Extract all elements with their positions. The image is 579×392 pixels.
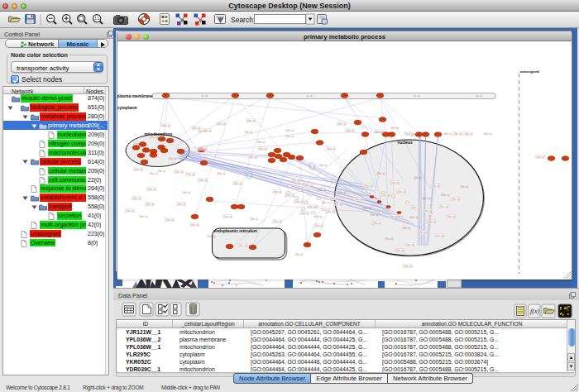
svg-text:(Go: a): (Go: a) — [133, 197, 141, 200]
svg-text:(Go: a): (Go: a) — [301, 212, 309, 215]
svg-text:(Go: a): (Go: a) — [297, 182, 305, 185]
svg-text:(Go: a): (Go: a) — [398, 190, 406, 194]
svg-text:(Go: a): (Go: a) — [292, 179, 300, 182]
svg-text:(Go: a): (Go: a) — [347, 129, 355, 132]
svg-text:1:1: 1:1 — [94, 17, 100, 21]
svg-text:(Go: a): (Go: a) — [377, 172, 385, 175]
svg-text:(Go: a): (Go: a) — [355, 198, 363, 201]
svg-text:(Go: a): (Go: a) — [203, 129, 212, 132]
svg-text:(Go: a): (Go: a) — [334, 203, 342, 206]
svg-text:(Go: a): (Go: a) — [391, 181, 400, 184]
svg-text:(Go: a): (Go: a) — [247, 119, 256, 122]
svg-text:(Go: a): (Go: a) — [305, 184, 313, 187]
svg-text:(Go: a): (Go: a) — [403, 227, 411, 230]
svg-text:(x--a): (x--a) — [476, 94, 483, 98]
svg-text:(Go: a): (Go: a) — [286, 135, 294, 138]
svg-text:(Go: a): (Go: a) — [371, 213, 379, 217]
svg-text:(Go: a): (Go: a) — [127, 209, 135, 213]
svg-text:(Go: a): (Go: a) — [274, 220, 282, 223]
svg-text:(Go: a): (Go: a) — [199, 147, 208, 151]
svg-text:(Go: a): (Go: a) — [162, 124, 170, 127]
svg-text:(Go: a): (Go: a) — [249, 155, 257, 159]
svg-text:f(x): f(x) — [530, 308, 539, 315]
svg-text:(Go: a): (Go: a) — [286, 194, 294, 197]
svg-text:(Go: a): (Go: a) — [444, 132, 452, 136]
svg-text:(Go: a): (Go: a) — [199, 179, 208, 182]
svg-text:(Go: a): (Go: a) — [150, 172, 158, 175]
svg-text:(Go: a): (Go: a) — [166, 218, 175, 222]
svg-text:(Go: a): (Go: a) — [330, 197, 338, 200]
svg-text:(Go: a): (Go: a) — [187, 173, 195, 176]
svg-text:(x--a): (x--a) — [307, 94, 313, 98]
svg-text:(Go: a): (Go: a) — [391, 127, 400, 130]
svg-text:(Go: a): (Go: a) — [140, 215, 148, 218]
svg-text:(Go: a): (Go: a) — [224, 215, 232, 218]
svg-text:(Go: a): (Go: a) — [245, 131, 253, 134]
svg-text:(Go: a): (Go: a) — [239, 244, 247, 247]
svg-text:cytoplasm: cytoplasm — [117, 106, 137, 110]
svg-text:(Go: a): (Go: a) — [412, 206, 420, 209]
svg-text:(Go: a): (Go: a) — [158, 170, 166, 173]
svg-text:(Go: a): (Go: a) — [208, 235, 216, 238]
svg-text:(Go: a): (Go: a) — [382, 194, 390, 197]
svg-text:(Go: a): (Go: a) — [146, 203, 155, 206]
svg-text:(Go: a): (Go: a) — [363, 207, 371, 210]
svg-text:(Go: a): (Go: a) — [465, 132, 473, 136]
svg-text:(Go: a): (Go: a) — [218, 172, 226, 175]
svg-text:plasma membrane: plasma membrane — [117, 94, 153, 98]
svg-text:(Go: a): (Go: a) — [428, 220, 436, 223]
svg-text:(Go: a): (Go: a) — [375, 131, 383, 134]
svg-text:(Go: a): (Go: a) — [373, 222, 381, 225]
svg-text:(Go: a): (Go: a) — [442, 194, 450, 197]
svg-text:(Go: a): (Go: a) — [385, 237, 394, 241]
svg-text:(Go: a): (Go: a) — [338, 122, 347, 126]
svg-text:(Go: a): (Go: a) — [309, 205, 317, 208]
svg-text:(Go: a): (Go: a) — [322, 201, 330, 204]
svg-text:(Go: a): (Go: a) — [327, 210, 335, 213]
svg-text:(Go: a): (Go: a) — [432, 184, 440, 188]
svg-text:(Go: a): (Go: a) — [419, 231, 427, 234]
svg-text:(Go: a): (Go: a) — [259, 147, 267, 151]
svg-text:(Go: a): (Go: a) — [406, 243, 414, 246]
svg-text:(Go: a): (Go: a) — [452, 198, 460, 201]
svg-text:(Go: a): (Go: a) — [318, 189, 327, 192]
svg-text:(Go: a): (Go: a) — [178, 203, 186, 206]
svg-text:(Go: a): (Go: a) — [396, 249, 404, 252]
svg-text:(Go: a): (Go: a) — [234, 182, 242, 185]
svg-text:(Go: a): (Go: a) — [414, 176, 423, 179]
svg-text:(Go: a): (Go: a) — [191, 223, 199, 227]
svg-text:nucleus: nucleus — [398, 141, 413, 145]
svg-text:(Go: a): (Go: a) — [218, 122, 226, 126]
svg-text:(Go: a): (Go: a) — [135, 168, 143, 171]
svg-text:(Go: a): (Go: a) — [295, 200, 304, 203]
svg-text:(Go: a): (Go: a) — [295, 253, 304, 256]
svg-text:(Go: a): (Go: a) — [484, 132, 492, 136]
svg-text:(Go: a): (Go: a) — [338, 191, 347, 194]
svg-text:(Go: a): (Go: a) — [150, 136, 158, 139]
svg-text:(Go: a): (Go: a) — [365, 184, 373, 188]
svg-text:(Go: a): (Go: a) — [314, 215, 323, 218]
svg-text:(Go: a): (Go: a) — [315, 224, 323, 227]
svg-text:(Go: a): (Go: a) — [183, 191, 191, 194]
svg-text:endoplasmic reticulum: endoplasmic reticulum — [214, 229, 257, 233]
svg-text:(Go: a): (Go: a) — [390, 215, 398, 218]
svg-text:(Go: a): (Go: a) — [404, 265, 413, 268]
svg-text:(Go: a): (Go: a) — [193, 127, 201, 130]
svg-text:(Go: a): (Go: a) — [286, 129, 294, 132]
svg-text:(Go: a): (Go: a) — [424, 209, 433, 213]
svg-text:mitochondrion: mitochondrion — [145, 132, 173, 136]
svg-text:(Go: a): (Go: a) — [257, 141, 266, 144]
svg-text:(Go: a): (Go: a) — [148, 188, 156, 191]
svg-text:(Go: a): (Go: a) — [447, 215, 456, 218]
svg-text:(Go: a): (Go: a) — [537, 155, 545, 159]
svg-text:(Go: a): (Go: a) — [328, 147, 336, 151]
svg-text:unassigned: unassigned — [520, 69, 540, 74]
svg-text:(Go: a): (Go: a) — [440, 205, 448, 208]
svg-text:(x--a): (x--a) — [414, 94, 421, 98]
svg-text:(Go: a): (Go: a) — [169, 157, 177, 160]
svg-text:(Go: a): (Go: a) — [436, 234, 444, 237]
svg-text:(Go: a): (Go: a) — [175, 170, 184, 174]
svg-text:(Go: a): (Go: a) — [251, 218, 259, 221]
svg-text:(Go: a): (Go: a) — [274, 190, 282, 194]
svg-text:(Go: a): (Go: a) — [423, 197, 431, 200]
